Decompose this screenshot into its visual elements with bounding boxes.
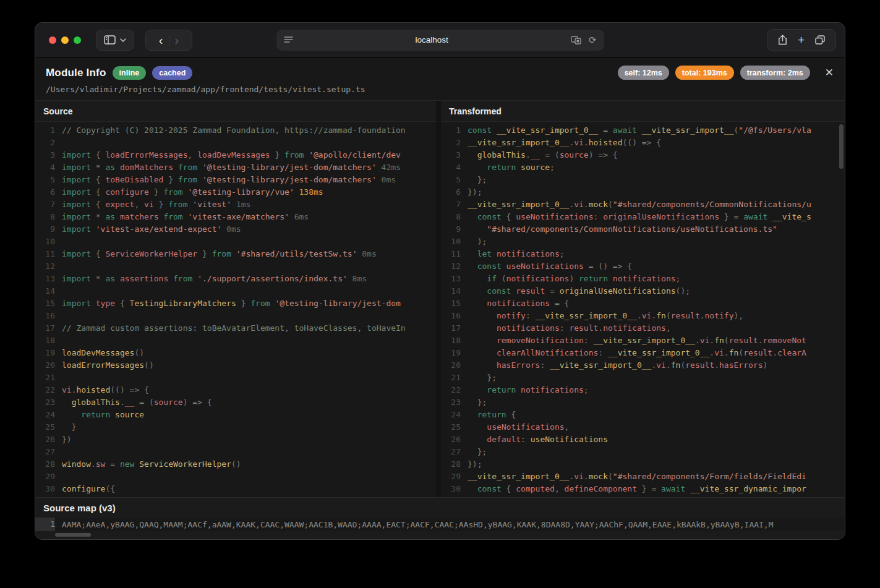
line-number: 20 — [35, 359, 55, 372]
code-line: 24 return { — [441, 409, 845, 421]
code-line: 20 hasErrors: __vite_ssr_import_0__.vi.f… — [441, 359, 845, 372]
code-line: 28}); — [441, 458, 845, 471]
forward-button[interactable]: › — [175, 34, 179, 46]
address-bar[interactable]: localhost ⟳ — [276, 30, 604, 51]
sourcemap-line: 1 AAMA;AAeA,yBAAG,QAAQ,MAAM;AACf,aAAW,KA… — [35, 518, 845, 531]
url-text[interactable]: localhost — [293, 35, 571, 45]
transformed-panel: Transformed 1const __vite_ssr_import_0__… — [441, 101, 845, 497]
traffic-lights — [49, 36, 81, 44]
close-icon[interactable]: ✕ — [825, 67, 834, 78]
code-line: 22 return notifications; — [441, 384, 845, 396]
code-line: 6import { configure } from '@testing-lib… — [35, 186, 436, 198]
sourcemap-mappings: AAMA;AAeA,yBAAG,QAAQ,MAAM;AACf,aAAW,KAAK… — [62, 520, 774, 529]
code-line: 28window.sw = new ServiceWorkerHelper() — [35, 458, 436, 471]
source-panel-title: Source — [35, 101, 436, 122]
line-number: 17 — [441, 322, 461, 334]
new-tab-button[interactable]: + — [798, 34, 805, 46]
line-number: 19 — [35, 347, 55, 359]
code-line: 21 }; — [441, 372, 845, 384]
window-close-button[interactable] — [49, 36, 56, 44]
browser-window: ‹ › localhost — [35, 22, 845, 540]
code-line: 5 }; — [441, 174, 845, 186]
code-line: 8 const { useNotifications: originalUseN… — [441, 211, 845, 223]
line-number: 10 — [441, 236, 461, 248]
tab-overview-button[interactable] — [815, 35, 825, 45]
nav-divider — [169, 35, 169, 46]
window-minimize-button[interactable] — [61, 36, 69, 44]
line-number: 25 — [35, 421, 55, 433]
code-line: 15import type { TestingLibraryMatchers }… — [35, 297, 436, 310]
source-code[interactable]: 1// Copyright (C) 2012-2025 Zammad Found… — [35, 122, 436, 497]
sourcemap-title: Source map (v3) — [35, 498, 845, 518]
code-line: 14 const result = originalUseNotificatio… — [441, 285, 845, 297]
line-number: 6 — [441, 186, 461, 198]
browser-titlebar: ‹ › localhost — [35, 23, 845, 58]
code-line: 13import * as assertions from './support… — [35, 273, 436, 285]
code-line: 4import * as domMatchers from '@testing-… — [35, 161, 436, 174]
horizontal-scrollbar-thumb[interactable] — [55, 533, 91, 537]
line-number: 5 — [35, 174, 55, 186]
sourcemap-section: Source map (v3) 1 AAMA;AAeA,yBAAG,QAAQ,M… — [35, 497, 845, 539]
line-number: 9 — [35, 223, 55, 236]
line-number: 17 — [35, 322, 55, 334]
code-line: 3import { loadErrorMessages, loadDevMess… — [35, 149, 436, 161]
sidebar-icon — [104, 35, 116, 45]
line-number: 21 — [441, 372, 461, 384]
sidebar-toggle-button[interactable] — [96, 30, 134, 51]
line-number: 10 — [35, 236, 55, 248]
line-number: 27 — [441, 446, 461, 458]
line-number: 24 — [35, 409, 55, 421]
line-number: 16 — [35, 310, 55, 322]
code-line: 1const __vite_ssr_import_0__ = await __v… — [441, 124, 845, 137]
code-line: 2 — [35, 137, 436, 149]
line-number: 7 — [35, 198, 55, 211]
code-line: 12 — [35, 260, 436, 273]
code-line: 11import { ServiceWorkerHelper } from '#… — [35, 248, 436, 260]
code-line: 4 return source; — [441, 161, 845, 174]
module-file-path: /Users/vladimir/Projects/zammad/app/fron… — [46, 85, 834, 94]
panel-divider — [436, 101, 441, 497]
code-line: 8import * as matchers from 'vitest-axe/m… — [35, 211, 436, 223]
source-panel: Source 1// Copyright (C) 2012-2025 Zamma… — [35, 101, 436, 497]
metric-self-time: self: 12ms — [618, 66, 669, 80]
code-line: 10 ); — [441, 236, 845, 248]
window-zoom-button[interactable] — [74, 36, 81, 44]
line-number: 12 — [35, 260, 55, 273]
code-line: 19loadDevMessages() — [35, 347, 436, 359]
line-number: 6 — [35, 186, 55, 198]
line-number: 9 — [441, 223, 461, 236]
line-number: 22 — [441, 384, 461, 396]
code-panels: Source 1// Copyright (C) 2012-2025 Zamma… — [35, 101, 845, 497]
line-number: 24 — [441, 409, 461, 421]
line-number: 8 — [441, 211, 461, 223]
line-number: 27 — [35, 446, 55, 458]
line-number: 30 — [441, 483, 461, 495]
code-line: 9 "#shared/components/CommonNotification… — [441, 223, 845, 236]
code-line: 22vi.hoisted(() => { — [35, 384, 436, 396]
line-number: 26 — [35, 433, 55, 446]
line-number: 29 — [441, 471, 461, 483]
reader-icon[interactable] — [284, 36, 293, 44]
code-line: 30configure({ — [35, 483, 436, 495]
line-number: 23 — [35, 396, 55, 409]
line-number: 28 — [441, 458, 461, 471]
badge-inline: inline — [113, 66, 147, 80]
code-line: 27 — [35, 446, 436, 458]
back-button[interactable]: ‹ — [159, 34, 163, 46]
line-number: 11 — [441, 248, 461, 260]
transformed-code[interactable]: 1const __vite_ssr_import_0__ = await __v… — [441, 122, 845, 497]
line-number: 2 — [35, 137, 55, 149]
code-line: 21 — [35, 372, 436, 384]
line-number: 1 — [441, 124, 461, 137]
code-line: 10 — [35, 236, 436, 248]
vertical-scrollbar-thumb[interactable] — [839, 124, 844, 169]
share-button[interactable] — [778, 35, 787, 45]
line-number: 14 — [35, 285, 55, 297]
reload-icon[interactable]: ⟳ — [589, 35, 597, 46]
code-line: 17// Zammad custom assertions: toBeAvata… — [35, 322, 436, 334]
line-number: 22 — [35, 384, 55, 396]
code-line: 27 }; — [441, 446, 845, 458]
line-number: 26 — [441, 433, 461, 446]
line-number: 15 — [35, 297, 55, 310]
extensions-icon[interactable] — [571, 36, 581, 45]
